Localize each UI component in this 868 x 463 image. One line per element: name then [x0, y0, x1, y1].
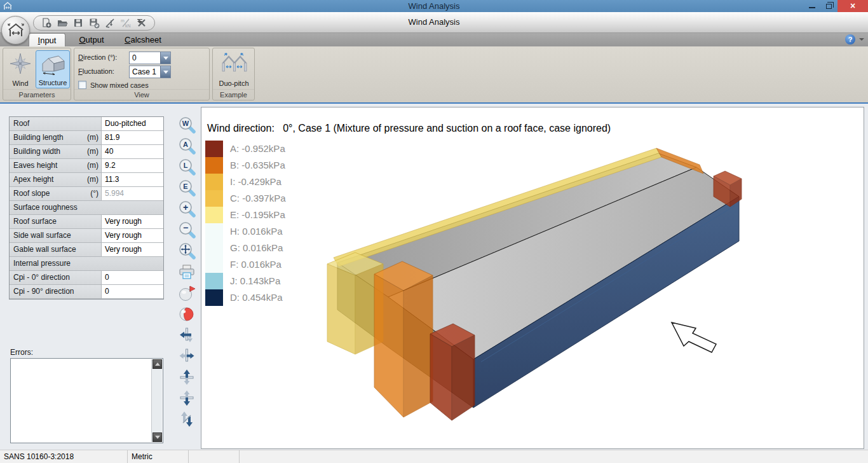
pan-down-button[interactable]: [176, 387, 198, 408]
tab-output[interactable]: Output: [71, 33, 112, 46]
legend-swatch: [205, 141, 223, 157]
property-value[interactable]: 81.9: [102, 131, 163, 145]
pan-horizontal-button[interactable]: [176, 345, 198, 366]
print-button[interactable]: [176, 261, 198, 282]
table-row: Apex height(m)11.3: [10, 173, 163, 187]
dimension-angle-button[interactable]: [104, 17, 116, 29]
arrow-up-icon: [155, 363, 160, 366]
zoom-out-icon: −: [178, 221, 196, 239]
zoom-in-button[interactable]: +: [176, 198, 198, 219]
legend-swatch: [205, 240, 223, 256]
parameters-group-label: Parameters: [3, 89, 71, 99]
errors-scrollbar[interactable]: [151, 359, 162, 442]
close-button[interactable]: ×: [837, 0, 868, 12]
property-value[interactable]: Very rough: [102, 215, 163, 229]
zoom-out-button[interactable]: −: [176, 219, 198, 240]
wind-compass-icon: [10, 53, 31, 74]
property-label: Side wall surface: [13, 229, 71, 242]
status-units: Metric: [128, 450, 189, 463]
building-model[interactable]: [201, 107, 864, 448]
rotate-view-shade-button[interactable]: [176, 303, 198, 324]
zone-box-orange-near: [374, 261, 433, 417]
pan-left-icon: [178, 326, 196, 344]
errors-textarea[interactable]: [10, 358, 163, 443]
restore-button[interactable]: [820, 0, 837, 12]
property-label: Apex height: [13, 173, 53, 186]
property-value[interactable]: 11.3: [102, 173, 163, 187]
new-file-button[interactable]: [40, 17, 53, 29]
zoom-limits-button[interactable]: L: [176, 156, 198, 177]
direction-dropdown-button[interactable]: [160, 52, 170, 64]
property-label: Cpi - 0° direction: [13, 271, 70, 284]
legend-item: A: -0.952kPa: [205, 141, 286, 157]
legend-item: E: -0.195kPa: [205, 207, 286, 223]
pan-up-icon: [178, 368, 196, 386]
fluctuation-dropdown-button[interactable]: [160, 66, 170, 78]
legend-item: J: 0.143kPa: [205, 273, 286, 289]
legend-swatch: [205, 289, 223, 306]
zoom-pan-button[interactable]: [176, 240, 198, 261]
property-value[interactable]: 0: [102, 271, 163, 285]
tab-calcsheet[interactable]: Calcsheet: [118, 33, 168, 46]
fluctuation-label: Fluctuation:: [78, 67, 114, 76]
legend-label: H: 0.016kPa: [230, 223, 283, 240]
property-value[interactable]: Very rough: [102, 229, 163, 243]
viewport-3d[interactable]: Wind direction: 0°, Case 1 (Mixture of p…: [201, 107, 864, 449]
legend-label: C: -0.397kPa: [230, 190, 286, 207]
duo-pitch-logo-icon: [6, 22, 25, 39]
pan-left-button[interactable]: [176, 324, 198, 345]
open-button[interactable]: [56, 17, 69, 29]
help-button[interactable]: ?: [845, 34, 855, 45]
show-mixed-cases-checkbox[interactable]: [78, 81, 86, 89]
pan-up-button[interactable]: [176, 366, 198, 387]
pan-vertical-icon: [178, 410, 196, 428]
zoom-all-button[interactable]: A: [176, 135, 198, 156]
svg-text:m: m: [121, 18, 125, 23]
legend-swatch: [205, 157, 223, 174]
zone-box-red-near: [430, 324, 475, 420]
application-menu-button[interactable]: [1, 16, 30, 45]
property-value[interactable]: Very rough: [102, 243, 163, 257]
zoom-extents-icon: E: [178, 179, 196, 197]
property-value[interactable]: 40: [102, 145, 163, 159]
pan-vertical-button[interactable]: [176, 408, 198, 429]
help-menu-caret[interactable]: [859, 38, 864, 41]
zoom-limits-icon: L: [178, 158, 196, 176]
duo-pitch-button[interactable]: Duo-pitch: [216, 50, 252, 88]
save-properties-button[interactable]: [88, 17, 100, 29]
tab-input[interactable]: Input: [29, 33, 65, 46]
zoom-extents-button[interactable]: E: [176, 177, 198, 198]
scroll-up-button[interactable]: [153, 359, 162, 369]
table-row: Roof slope(°)5.994: [10, 187, 163, 201]
units-toggle-button[interactable]: m kN: [119, 17, 132, 29]
structure-button[interactable]: Structure: [36, 50, 70, 88]
viewport-title: Wind direction: 0°, Case 1 (Mixture of p…: [207, 123, 611, 134]
pressure-legend: A: -0.952kPa B: -0.635kPa I: -0.429kPa C…: [205, 141, 286, 306]
table-row: Building length(m)81.9: [10, 131, 163, 145]
legend-item: G: 0.016kPa: [205, 240, 286, 256]
minimize-button[interactable]: [803, 0, 820, 12]
arrow-down-icon: [155, 436, 160, 439]
wind-button-label: Wind: [12, 79, 28, 87]
property-value[interactable]: 0: [102, 285, 163, 299]
legend-label: A: -0.952kPa: [230, 141, 285, 157]
save-button[interactable]: [72, 17, 85, 29]
legend-item: D: 0.454kPa: [205, 289, 286, 306]
legend-item: B: -0.635kPa: [205, 157, 286, 174]
chevron-down-icon: [137, 21, 142, 24]
close-icon: ×: [850, 1, 855, 11]
scroll-down-button[interactable]: [153, 432, 162, 442]
svg-text:E: E: [183, 183, 187, 190]
rotate-view-shade-icon: [178, 305, 196, 323]
rotate-view-flag-button[interactable]: [176, 282, 198, 303]
property-label: Building length: [13, 131, 64, 144]
customize-qat-button[interactable]: [136, 18, 144, 26]
property-section-header: Internal pressure: [10, 257, 163, 271]
property-value[interactable]: 9.2: [102, 159, 163, 173]
direction-combobox[interactable]: 0: [129, 52, 171, 64]
wind-button[interactable]: Wind: [7, 50, 34, 88]
fluctuation-combobox[interactable]: Case 1: [129, 66, 171, 78]
table-row: Cpi - 90° direction0: [10, 285, 163, 299]
zoom-window-button[interactable]: W: [176, 114, 198, 135]
property-value[interactable]: Duo-pitched: [102, 117, 163, 131]
